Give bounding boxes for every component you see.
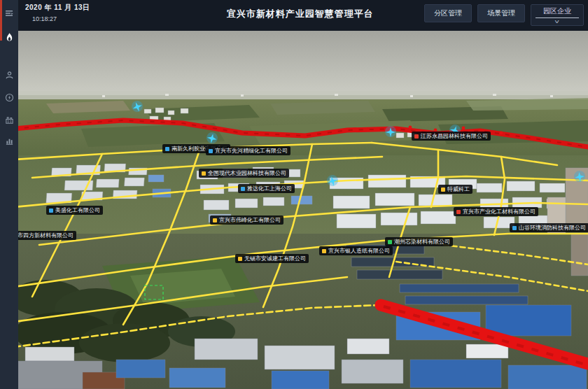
header-actions: 分区管理 场景管理 园区企业 ∨	[424, 4, 584, 26]
map-company-label[interactable]: 宜兴市先河精细化工有限公司	[206, 146, 290, 155]
map-company-label[interactable]: 全国现代木业园林科技有限公司	[199, 169, 289, 178]
company-label-text: 江苏永昌园林科技有限公司	[421, 132, 488, 141]
company-label-text: 宜兴市先河精细化工有限公司	[215, 146, 288, 155]
company-label-text: 宜兴市产业化工材料有限公司	[463, 207, 536, 216]
map-company-label[interactable]: 宜兴市四方新材料有限公司	[18, 231, 76, 240]
map-company-label[interactable]: 美盛化工有限公司	[46, 206, 103, 215]
chevron-down-icon: ∨	[554, 18, 560, 24]
company-label-text: 宜兴市银人造纸有限公司	[328, 246, 390, 255]
map-company-label[interactable]: 特威科工	[438, 185, 472, 194]
company-label-text: 美盛化工有限公司	[55, 206, 100, 215]
company-marker-icon	[512, 226, 517, 230]
map-company-label[interactable]: 宜兴市产业化工材料有限公司	[454, 207, 538, 216]
active-indicator	[0, 0, 2, 41]
top-bar: 2020 年 11 月 13日 10:18:27 宜兴市新材料产业园智慧管理平台…	[18, 0, 588, 31]
company-marker-icon	[238, 257, 242, 261]
hamburger-menu-icon[interactable]	[0, 4, 18, 22]
map-company-label[interactable]: 无锡市安诚建工有限公司	[235, 254, 309, 263]
company-marker-icon	[414, 134, 419, 139]
company-label-text: 全国现代木业园林科技有限公司	[208, 169, 286, 178]
person-icon[interactable]	[0, 66, 18, 84]
lightning-circle-icon[interactable]	[0, 88, 18, 106]
company-marker-icon	[165, 147, 169, 151]
company-marker-icon	[49, 208, 53, 213]
company-marker-icon	[202, 171, 206, 176]
company-marker-icon	[322, 249, 326, 253]
map-company-label[interactable]: 雅达化工上海公司	[238, 184, 295, 193]
flame-icon[interactable]	[0, 28, 18, 46]
map-label-layer: 南新久利胶业有限公司宜兴市先河精细化工有限公司全国现代木业园林科技有限公司雅达化…	[18, 31, 588, 389]
current-date: 2020 年 11 月 13日	[25, 3, 90, 13]
page-title: 宜兴市新材料产业园智慧管理平台	[227, 8, 374, 20]
map-company-label[interactable]: 宜兴市银人造纸有限公司	[319, 246, 393, 255]
company-marker-icon	[441, 188, 445, 192]
tool-sidebar	[0, 0, 18, 389]
map-company-label[interactable]: 山谷环境消防科技有限公司	[510, 223, 588, 232]
scene-management-button[interactable]: 场景管理	[477, 4, 525, 22]
company-label-text: 雅达化工上海公司	[247, 184, 292, 193]
company-label-text: 潮州芯染材料有限公司	[394, 237, 450, 246]
company-label-text: 无锡市安诚建工有限公司	[244, 254, 306, 263]
map-company-label[interactable]: 潮州芯染材料有限公司	[385, 237, 453, 246]
map-company-label[interactable]: 宜兴市伟峰化工有限公司	[210, 215, 284, 225]
datetime-block: 2020 年 11 月 13日 10:18:27	[25, 3, 90, 22]
company-marker-icon	[388, 240, 392, 244]
bar-chart-icon[interactable]	[0, 132, 18, 150]
map-3d-viewport[interactable]: 南新久利胶业有限公司宜兴市先河精细化工有限公司全国现代木业园林科技有限公司雅达化…	[18, 31, 588, 389]
company-marker-icon	[213, 218, 217, 222]
company-marker-icon	[241, 187, 245, 191]
factory-icon[interactable]	[0, 111, 18, 129]
dropdown-label: 园区企业	[536, 6, 579, 18]
company-marker-icon	[209, 149, 213, 153]
company-marker-icon	[456, 210, 461, 214]
zone-management-button[interactable]: 分区管理	[424, 4, 472, 22]
company-label-text: 宜兴市伟峰化工有限公司	[219, 215, 281, 225]
company-label-text: 特威科工	[447, 185, 470, 194]
map-company-label[interactable]: 江苏永昌园林科技有限公司	[412, 132, 491, 141]
current-time: 10:18:27	[32, 15, 90, 22]
company-label-text: 山谷环境消防科技有限公司	[519, 223, 586, 232]
company-label-text: 宜兴市四方新材料有限公司	[18, 231, 74, 240]
park-enterprise-dropdown[interactable]: 园区企业 ∨	[531, 4, 584, 26]
app-window: 2020 年 11 月 13日 10:18:27 宜兴市新材料产业园智慧管理平台…	[0, 0, 588, 389]
